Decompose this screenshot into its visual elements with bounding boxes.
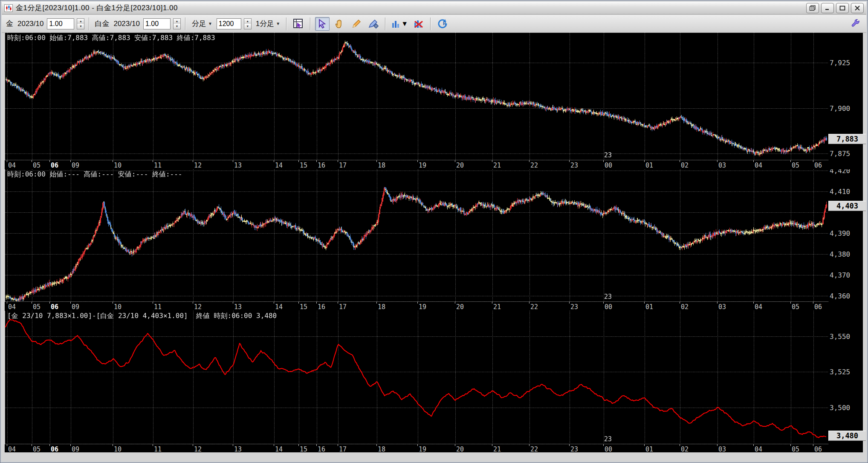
time-tick <box>153 444 153 446</box>
time-axis-label: 22 <box>530 303 538 311</box>
time-tick <box>193 160 193 162</box>
price-axis-label: 4,420 <box>830 169 850 175</box>
time-axis-label: 04 <box>755 162 762 169</box>
time-tick <box>603 444 604 446</box>
time-tick <box>338 444 338 446</box>
time-tick <box>680 160 680 162</box>
hand-pan-tool-button[interactable] <box>332 17 347 31</box>
time-tick <box>492 302 492 304</box>
gold-chart-panel: 時刻:06:00 始値:7,883 高値:7,883 安値:7,883 終値:7… <box>5 33 866 169</box>
time-axis-label: 12 <box>194 162 202 169</box>
time-tick <box>376 302 377 304</box>
gold-multiplier-spinner[interactable]: ▲▼ <box>77 18 84 29</box>
maximize-button[interactable] <box>836 3 849 13</box>
time-tick <box>7 302 7 304</box>
chart-delete-button[interactable] <box>411 17 426 31</box>
time-tick <box>717 160 718 162</box>
time-tick <box>644 444 645 446</box>
chart-type-button[interactable]: ▼ <box>390 17 409 31</box>
gold-label: 金 <box>5 19 14 29</box>
time-axis-label: 05 <box>792 303 799 311</box>
spread-chart-panel: [金 23/10 7,883×1.00]-[白金 23/10 4,403×1.0… <box>5 311 866 453</box>
time-tick <box>274 444 274 446</box>
platinum-chart-canvas[interactable] <box>5 169 829 301</box>
time-tick <box>529 444 529 446</box>
time-tick <box>274 302 274 304</box>
window-bottom-border <box>2 452 866 461</box>
float-window-button[interactable] <box>806 3 819 13</box>
platinum-contract-month[interactable]: 2023/10 <box>113 20 140 28</box>
time-tick <box>753 444 754 446</box>
time-axis-label: 18 <box>378 162 385 169</box>
time-tick <box>32 302 32 304</box>
time-axis-label: 10 <box>114 162 122 169</box>
price-axis-label: 4,410 <box>830 188 850 196</box>
time-tick <box>153 302 153 304</box>
window-right-border <box>863 33 866 461</box>
time-axis-label: 06 <box>814 162 822 169</box>
timeframe-dropdown[interactable]: 1分足▼ <box>254 18 282 29</box>
platinum-plot-area[interactable]: 時刻:06:00 始値:--- 高値:--- 安値:--- 終値:--- 23 <box>5 169 828 301</box>
time-tick <box>376 160 377 162</box>
time-axis-label: 15 <box>300 303 307 311</box>
platinum-price-axis: 4,4204,4104,3904,3804,3704,3604,403 <box>828 169 866 311</box>
minimize-button[interactable] <box>821 3 834 13</box>
gold-multiplier-input[interactable] <box>47 18 74 29</box>
bar-count-spinner[interactable]: ▲▼ <box>244 18 252 29</box>
time-tick <box>790 444 791 446</box>
close-button[interactable] <box>851 3 864 13</box>
time-tick <box>644 302 645 304</box>
time-axis-label: 05 <box>33 303 41 311</box>
time-tick <box>569 302 570 304</box>
time-tick <box>753 302 754 304</box>
price-axis-label: 7,875 <box>830 150 850 158</box>
time-tick <box>70 160 71 162</box>
time-axis-label: 17 <box>339 162 347 169</box>
time-tick <box>717 302 718 304</box>
time-axis-label: 19 <box>419 303 426 311</box>
time-tick <box>376 444 377 446</box>
time-tick <box>455 160 455 162</box>
time-tick <box>274 160 274 162</box>
time-tick <box>298 444 299 446</box>
time-axis-label: 06 <box>51 303 58 311</box>
settings-wrench-icon[interactable] <box>848 17 863 31</box>
time-axis-label: 16 <box>318 162 325 169</box>
time-axis-label: 21 <box>493 303 501 311</box>
spread-chart-canvas[interactable] <box>5 311 829 444</box>
price-axis-label: 4,390 <box>830 229 850 237</box>
chart-grid-select-button[interactable] <box>291 17 306 31</box>
reload-button[interactable]: R <box>435 17 450 31</box>
pointer-tool-button[interactable] <box>315 17 330 31</box>
toolbar-separator <box>310 17 311 30</box>
time-tick <box>680 444 680 446</box>
time-axis-label: 11 <box>154 162 162 169</box>
platinum-multiplier-input[interactable] <box>143 18 171 29</box>
time-tick <box>338 160 338 162</box>
time-axis-label: 06 <box>51 162 58 169</box>
time-axis-label: 04 <box>8 303 16 311</box>
price-axis-label: 3,550 <box>830 333 850 341</box>
gold-contract-month[interactable]: 2023/10 <box>17 20 44 28</box>
time-tick <box>316 302 317 304</box>
time-tick <box>569 444 570 446</box>
marker-tool-button[interactable] <box>366 17 381 31</box>
time-tick <box>70 302 71 304</box>
spread-plot-area[interactable]: [金 23/10 7,883×1.00]-[白金 23/10 4,403×1.0… <box>5 311 828 444</box>
price-axis-label: 4,380 <box>830 250 850 258</box>
price-axis-label: 3,525 <box>830 368 850 376</box>
bar-count-input[interactable] <box>217 18 241 29</box>
gold-chart-canvas[interactable] <box>5 33 829 160</box>
pencil-tool-button[interactable] <box>349 17 364 31</box>
platinum-multiplier-spinner[interactable]: ▲▼ <box>173 18 181 29</box>
toolbar-separator <box>286 17 287 30</box>
gold-plot-area[interactable]: 時刻:06:00 始値:7,883 高値:7,883 安値:7,883 終値:7… <box>5 33 828 160</box>
price-axis-label: 4,370 <box>830 271 850 279</box>
chevron-down-icon: ▼ <box>208 21 212 26</box>
title-bar[interactable]: 金1分足[2023/10]1.00 - 白金1分足[2023/10]1.00 <box>2 2 866 14</box>
gold-ohlc-readout: 時刻:06:00 始値:7,883 高値:7,883 安値:7,883 終値:7… <box>7 34 215 43</box>
interval-type-dropdown[interactable]: 分足▼ <box>190 18 214 29</box>
time-axis-label: 20 <box>456 303 464 311</box>
time-axis-label: 09 <box>72 162 79 169</box>
time-tick <box>153 160 153 162</box>
